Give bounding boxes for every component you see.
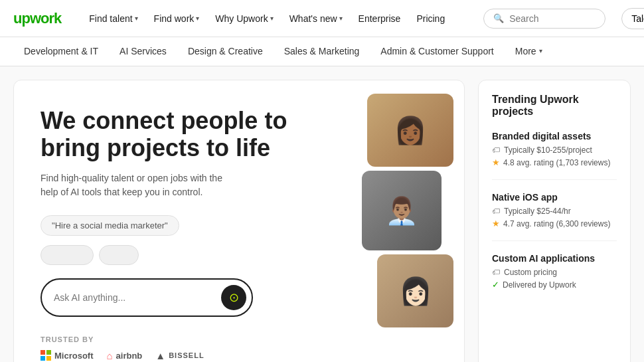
- rating-text-1: 4.8 avg. rating (1,703 reviews): [503, 158, 610, 167]
- ms-grid-icon: [40, 350, 51, 361]
- ai-search-bar[interactable]: ⊙: [40, 278, 253, 317]
- person-image-1: 👩🏾: [367, 94, 453, 167]
- rating-text-2: 4.7 avg. rating (6,300 reviews): [503, 219, 610, 228]
- hero-title: We connect people to bring projects to l…: [40, 107, 293, 162]
- hero-photos: 👩🏾 👨🏽‍💼 👩🏻: [345, 80, 464, 362]
- cat-ai-services[interactable]: AI Services: [109, 37, 177, 66]
- project-name-3: Custom AI applications: [492, 253, 617, 264]
- project-item-1[interactable]: Branded digital assets 🏷 Typically $10-2…: [492, 131, 617, 180]
- trusted-label: TRUSTED BY: [40, 335, 293, 343]
- delivered-text-3: Delivered by Upwork: [503, 280, 576, 290]
- nav-enterprise[interactable]: Enterprise: [352, 9, 408, 28]
- check-icon-3: ✓: [492, 280, 499, 290]
- hero-photo-3: 👩🏻: [377, 254, 453, 327]
- chevron-icon: ▾: [539, 47, 542, 54]
- tag-pill-2[interactable]: [99, 245, 139, 265]
- hero-photo-2: 👨🏽‍💼: [362, 171, 442, 250]
- star-icon-2: ★: [492, 219, 500, 228]
- cat-admin[interactable]: Admin & Customer Support: [370, 37, 504, 66]
- nav-pricing[interactable]: Pricing: [410, 9, 451, 28]
- hero-text: We connect people to bring projects to l…: [40, 107, 293, 361]
- person-image-2: 👨🏽‍💼: [362, 171, 442, 250]
- chevron-icon: ▾: [339, 15, 343, 22]
- person-image-3: 👩🏻: [377, 254, 453, 327]
- microsoft-logo: Microsoft: [40, 350, 94, 361]
- search-suggestion[interactable]: Hire a social media marketer: [40, 215, 179, 236]
- logo[interactable]: upwork: [13, 10, 61, 27]
- project-rating-2: ★ 4.7 avg. rating (6,300 reviews): [492, 219, 617, 228]
- cat-more[interactable]: More ▾: [505, 37, 553, 66]
- top-nav: upwork Find talent ▾ Find work ▾ Why Upw…: [0, 0, 644, 37]
- project-delivered-3: ✓ Delivered by Upwork: [492, 280, 617, 290]
- tag-icon-1: 🏷: [492, 145, 500, 155]
- ai-submit-button[interactable]: ⊙: [221, 285, 246, 310]
- project-price-3: Custom pricing: [504, 268, 557, 277]
- trusted-section: TRUSTED BY Microsoft ⌂ airbnb: [40, 335, 293, 361]
- ai-icon: ⊙: [229, 290, 239, 305]
- project-price-2: Typically $25-44/hr: [504, 207, 571, 216]
- nav-find-talent[interactable]: Find talent ▾: [82, 9, 144, 28]
- project-meta-3: 🏷 Custom pricing: [492, 268, 617, 277]
- airbnb-icon: ⌂: [107, 350, 113, 361]
- airbnb-logo: ⌂ airbnb: [107, 350, 143, 361]
- project-name-2: Native iOS app: [492, 192, 617, 203]
- sidebar: Trending Upwork projects Branded digital…: [478, 80, 631, 362]
- search-icon: 🔍: [493, 13, 504, 23]
- bissell-logo: ▲ BISSELL: [155, 350, 204, 361]
- project-item-3[interactable]: Custom AI applications 🏷 Custom pricing …: [492, 253, 617, 290]
- search-input[interactable]: [509, 13, 596, 24]
- nav-links: Find talent ▾ Find work ▾ Why Upwork ▾ W…: [82, 9, 451, 28]
- project-price-1: Typically $10-255/project: [504, 145, 592, 155]
- tag-pill-1[interactable]: [40, 245, 94, 265]
- hero-card: 👩🏾 👨🏽‍💼 👩🏻 We connect people to bring pr…: [13, 80, 465, 362]
- main-content: 👩🏾 👨🏽‍💼 👩🏻 We connect people to bring pr…: [0, 66, 644, 362]
- tag-icon-3: 🏷: [492, 268, 500, 277]
- star-icon-1: ★: [492, 157, 500, 167]
- project-meta-1: 🏷 Typically $10-255/project: [492, 145, 617, 155]
- nav-find-work[interactable]: Find work ▾: [147, 9, 206, 28]
- chevron-icon: ▾: [135, 15, 138, 22]
- project-name-1: Branded digital assets: [492, 131, 617, 141]
- talent-button[interactable]: Talent ▾: [621, 8, 644, 29]
- bissell-icon: ▲: [155, 350, 165, 361]
- tag-pills: [40, 245, 293, 265]
- hero-photo-1: 👩🏾: [367, 94, 453, 167]
- cat-design[interactable]: Design & Creative: [177, 37, 274, 66]
- project-item-2[interactable]: Native iOS app 🏷 Typically $25-44/hr ★ 4…: [492, 192, 617, 241]
- search-bar[interactable]: 🔍: [483, 9, 605, 29]
- sidebar-card: Trending Upwork projects Branded digital…: [478, 80, 631, 362]
- chevron-icon: ▾: [270, 15, 274, 22]
- ai-input[interactable]: [54, 292, 221, 303]
- hero-subtitle: Find high-quality talent or open jobs wi…: [40, 171, 226, 199]
- chevron-icon: ▾: [196, 15, 199, 22]
- sidebar-title: Trending Upwork projects: [492, 94, 617, 118]
- nav-whats-new[interactable]: What's new ▾: [283, 9, 349, 28]
- category-nav: Development & IT AI Services Design & Cr…: [0, 37, 644, 66]
- tag-icon-2: 🏷: [492, 207, 500, 216]
- brand-logos: Microsoft ⌂ airbnb ▲ BISSELL: [40, 350, 293, 361]
- cat-sales[interactable]: Sales & Marketing: [274, 37, 370, 66]
- project-rating-1: ★ 4.8 avg. rating (1,703 reviews): [492, 157, 617, 167]
- nav-why-upwork[interactable]: Why Upwork ▾: [208, 9, 280, 28]
- project-meta-2: 🏷 Typically $25-44/hr: [492, 207, 617, 216]
- cat-dev-it[interactable]: Development & IT: [13, 37, 109, 66]
